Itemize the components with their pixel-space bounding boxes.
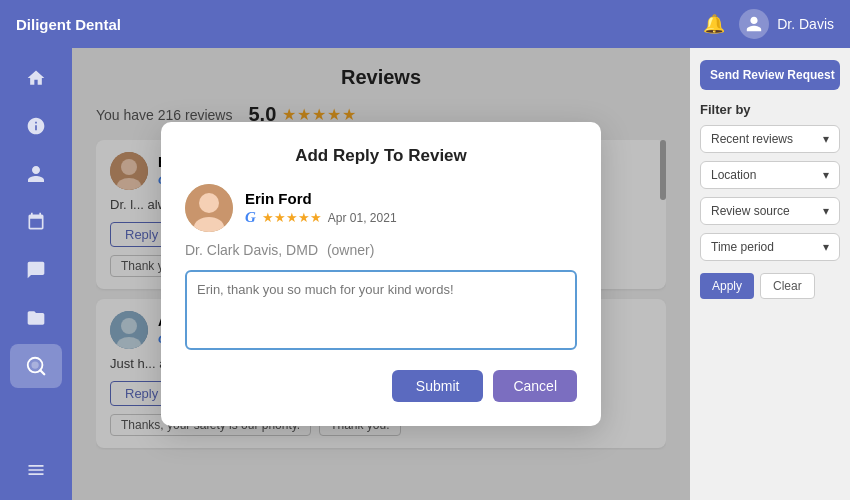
sidebar-item-search[interactable] bbox=[10, 344, 62, 388]
svg-point-1 bbox=[31, 361, 38, 368]
modal-owner-line: Dr. Clark Davis, DMD (owner) bbox=[185, 242, 577, 258]
right-panel: Send Review Request Filter by Recent rev… bbox=[690, 48, 850, 500]
brand-logo: Diligent Dental bbox=[16, 16, 121, 33]
top-navigation: Diligent Dental 🔔 Dr. Davis bbox=[0, 0, 850, 48]
modal-owner-tag: (owner) bbox=[327, 242, 374, 258]
submit-button[interactable]: Submit bbox=[392, 370, 484, 402]
modal-owner-name: Dr. Clark Davis, DMD bbox=[185, 242, 318, 258]
user-menu[interactable]: Dr. Davis bbox=[739, 9, 834, 39]
modal-reviewer-avatar bbox=[185, 184, 233, 232]
chevron-down-icon-time: ▾ bbox=[823, 240, 829, 254]
sidebar-item-files[interactable] bbox=[10, 296, 62, 340]
modal-stars: ★★★★★ bbox=[262, 210, 322, 225]
clear-filter-button[interactable]: Clear bbox=[760, 273, 815, 299]
modal-google-icon: G bbox=[245, 209, 256, 226]
chevron-down-icon-location: ▾ bbox=[823, 168, 829, 182]
sidebar bbox=[0, 48, 72, 500]
send-review-request-button[interactable]: Send Review Request bbox=[700, 60, 840, 90]
filter-time-period-label: Time period bbox=[711, 240, 774, 254]
modal-reviewer-name: Erin Ford bbox=[245, 190, 397, 207]
modal-reviewer-meta: G ★★★★★ Apr 01, 2021 bbox=[245, 209, 397, 226]
modal-overlay: Add Reply To Review Erin Ford G ★★★★★ Ap… bbox=[72, 48, 690, 500]
filter-review-source-label: Review source bbox=[711, 204, 790, 218]
notifications-bell-icon[interactable]: 🔔 bbox=[703, 13, 725, 35]
reply-textarea[interactable] bbox=[185, 270, 577, 350]
filter-review-source[interactable]: Review source ▾ bbox=[700, 197, 840, 225]
svg-point-9 bbox=[199, 193, 219, 213]
modal-review-date: Apr 01, 2021 bbox=[328, 211, 397, 225]
chevron-down-icon-source: ▾ bbox=[823, 204, 829, 218]
modal-footer: Submit Cancel bbox=[185, 370, 577, 402]
filter-action-buttons: Apply Clear bbox=[700, 273, 840, 299]
filter-by-label: Filter by bbox=[700, 102, 840, 117]
modal-title: Add Reply To Review bbox=[185, 146, 577, 166]
modal-review-header: Erin Ford G ★★★★★ Apr 01, 2021 bbox=[185, 184, 577, 232]
filter-recent-reviews-label: Recent reviews bbox=[711, 132, 793, 146]
apply-filter-button[interactable]: Apply bbox=[700, 273, 754, 299]
nav-right: 🔔 Dr. Davis bbox=[703, 9, 834, 39]
filter-location[interactable]: Location ▾ bbox=[700, 161, 840, 189]
sidebar-item-home[interactable] bbox=[10, 56, 62, 100]
main-content: Reviews You have 216 reviews 5.0 ★★★★★ E… bbox=[72, 48, 690, 500]
sidebar-item-calendar[interactable] bbox=[10, 200, 62, 244]
user-name: Dr. Davis bbox=[777, 16, 834, 32]
sidebar-item-user[interactable] bbox=[10, 152, 62, 196]
sidebar-item-settings[interactable] bbox=[10, 448, 62, 492]
filter-recent-reviews[interactable]: Recent reviews ▾ bbox=[700, 125, 840, 153]
sidebar-item-info[interactable] bbox=[10, 104, 62, 148]
avatar bbox=[739, 9, 769, 39]
reply-modal: Add Reply To Review Erin Ford G ★★★★★ Ap… bbox=[161, 122, 601, 426]
filter-time-period[interactable]: Time period ▾ bbox=[700, 233, 840, 261]
modal-reviewer-details: Erin Ford G ★★★★★ Apr 01, 2021 bbox=[245, 190, 397, 226]
filter-location-label: Location bbox=[711, 168, 756, 182]
sidebar-item-messages[interactable] bbox=[10, 248, 62, 292]
main-layout: Reviews You have 216 reviews 5.0 ★★★★★ E… bbox=[0, 48, 850, 500]
cancel-button[interactable]: Cancel bbox=[493, 370, 577, 402]
chevron-down-icon-recent: ▾ bbox=[823, 132, 829, 146]
